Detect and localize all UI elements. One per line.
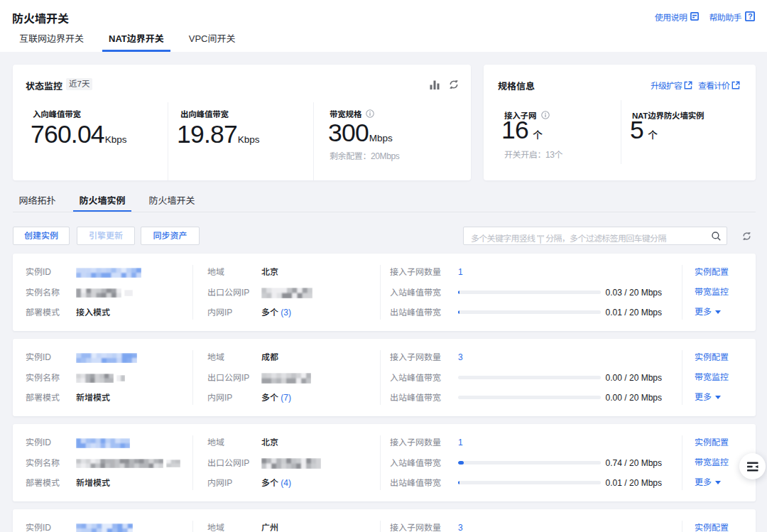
svg-text:?: ?: [748, 11, 752, 20]
